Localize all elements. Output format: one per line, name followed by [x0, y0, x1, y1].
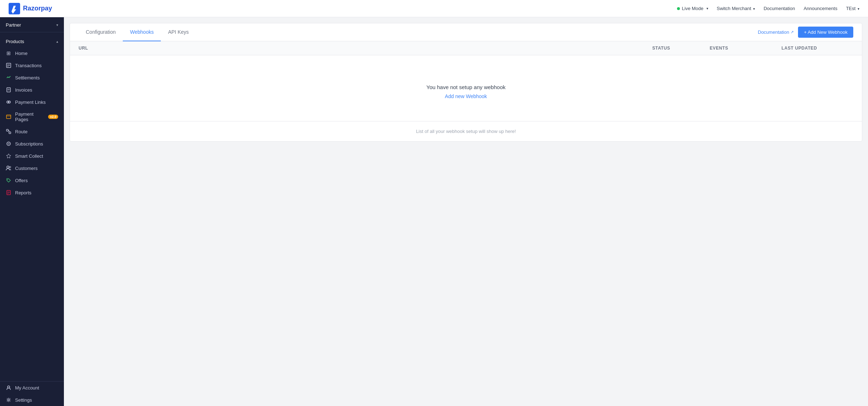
switch-merchant[interactable]: Switch Merchant ▾ [717, 6, 755, 11]
tab-webhooks[interactable]: Webhooks [123, 23, 161, 41]
customers-icon [6, 165, 11, 171]
svg-point-25 [8, 399, 10, 401]
svg-point-15 [8, 143, 9, 144]
tabs-actions: Documentation ↗ + Add New Webhook [758, 27, 853, 38]
external-link-icon: ↗ [790, 30, 794, 34]
svg-marker-16 [6, 154, 11, 158]
topnav-right: Live Mode ▾ Switch Merchant ▾ Documentat… [677, 6, 859, 11]
sidebar-item-smart-collect[interactable]: Smart Collect [0, 150, 64, 162]
logo-text: Razorpay [23, 5, 52, 12]
smart-collect-icon [6, 153, 11, 159]
add-webhook-button[interactable]: + Add New Webhook [798, 27, 853, 38]
logo[interactable]: Razorpay [9, 3, 73, 14]
tab-configuration[interactable]: Configuration [79, 23, 123, 41]
razorpay-logo-icon [9, 3, 20, 14]
main-content: Configuration Webhooks API Keys Document… [64, 17, 868, 406]
sidebar-item-label: Offers [15, 178, 28, 183]
sidebar-item-label: Settlements [15, 75, 40, 80]
sidebar-item-invoices[interactable]: Invoices [0, 84, 64, 96]
content-card: Configuration Webhooks API Keys Document… [70, 23, 862, 142]
svg-point-24 [8, 386, 10, 388]
sidebar-item-label: Reports [15, 190, 32, 195]
sidebar-item-label: My Account [15, 385, 39, 391]
sidebar-item-payment-pages[interactable]: Payment Pages v2.0 [0, 108, 64, 125]
sidebar-item-payment-links[interactable]: Payment Links [0, 96, 64, 108]
reports-icon [6, 190, 11, 195]
announcements-link[interactable]: Announcements [804, 6, 837, 11]
my-account-icon [6, 385, 11, 391]
sidebar-item-reports[interactable]: Reports [0, 186, 64, 199]
sidebar-item-customers[interactable]: Customers [0, 162, 64, 174]
tabs-header: Configuration Webhooks API Keys Document… [70, 23, 862, 41]
invoices-icon [6, 87, 11, 93]
sidebar-item-transactions[interactable]: Transactions [0, 59, 64, 71]
payment-links-icon [6, 99, 11, 105]
svg-point-17 [7, 166, 9, 168]
sidebar-item-label: Invoices [15, 87, 32, 93]
payment-pages-badge: v2.0 [48, 115, 58, 119]
products-label: Products [6, 39, 24, 44]
sidebar-item-label: Customers [15, 166, 38, 171]
sidebar-item-label: Transactions [15, 63, 42, 68]
sidebar-item-label: Subscriptions [15, 141, 43, 147]
offers-icon [6, 177, 11, 183]
settlements-icon [6, 75, 11, 80]
col-url: URL [79, 46, 652, 51]
sidebar-item-subscriptions[interactable]: Subscriptions [0, 138, 64, 150]
sidebar-item-label: Smart Collect [15, 153, 43, 159]
svg-point-14 [7, 142, 10, 146]
sidebar-item-label: Home [15, 51, 28, 56]
partner-chevron: ▾ [56, 23, 58, 27]
sidebar-item-home[interactable]: ⊞ Home [0, 47, 64, 59]
sidebar-bottom: My Account Settings [0, 381, 64, 406]
documentation-link[interactable]: Documentation [764, 6, 795, 11]
topnav: Razorpay Live Mode ▾ Switch Merchant ▾ D… [0, 0, 868, 17]
partner-label: Partner [6, 22, 21, 28]
svg-rect-12 [6, 129, 8, 131]
svg-point-19 [8, 179, 8, 180]
svg-point-9 [8, 101, 10, 103]
sidebar-item-label: Payment Links [15, 100, 46, 105]
table-container: URL Status Events Last Updated You have … [70, 41, 862, 121]
tab-api-keys[interactable]: API Keys [161, 23, 196, 41]
partner-section[interactable]: Partner ▾ [0, 17, 64, 31]
documentation-link[interactable]: Documentation ↗ [758, 29, 794, 35]
live-mode-toggle[interactable]: Live Mode ▾ [677, 6, 708, 11]
payment-pages-icon [6, 114, 11, 120]
sidebar: Partner ▾ Products ▴ ⊞ Home Transactions… [0, 17, 64, 406]
live-mode-chevron: ▾ [706, 6, 708, 10]
sidebar-item-label: Route [15, 129, 28, 134]
products-section[interactable]: Products ▴ [0, 34, 64, 47]
footer-note: List of all your webhook setup will show… [70, 121, 862, 141]
sidebar-item-route[interactable]: Route [0, 125, 64, 138]
svg-point-18 [9, 166, 11, 168]
sidebar-item-offers[interactable]: Offers [0, 174, 64, 186]
transactions-icon [6, 63, 11, 68]
subscriptions-icon [6, 141, 11, 147]
live-mode-dot [677, 7, 680, 10]
user-menu[interactable]: TEst ▾ [846, 6, 859, 11]
col-events: Events [710, 46, 781, 51]
col-status: Status [652, 46, 710, 51]
empty-state-message: You have not setup any webhook [79, 84, 853, 90]
sidebar-item-label: Settings [15, 397, 32, 403]
col-last-updated: Last Updated [781, 46, 853, 51]
svg-rect-13 [9, 132, 11, 134]
table-header: URL Status Events Last Updated [70, 41, 862, 55]
sidebar-item-settings[interactable]: Settings [0, 394, 64, 406]
products-chevron: ▴ [56, 40, 58, 43]
settings-icon [6, 397, 11, 403]
sidebar-item-label: Payment Pages [15, 111, 44, 122]
sidebar-item-my-account[interactable]: My Account [0, 382, 64, 394]
sidebar-divider-top [0, 32, 64, 32]
route-icon [6, 129, 11, 134]
add-new-webhook-link[interactable]: Add new Webhook [445, 93, 487, 99]
user-menu-chevron: ▾ [858, 7, 859, 11]
home-icon: ⊞ [6, 50, 11, 56]
svg-rect-10 [6, 115, 11, 119]
live-mode-label: Live Mode [682, 6, 704, 11]
switch-merchant-chevron: ▾ [753, 7, 755, 11]
sidebar-item-settlements[interactable]: Settlements [0, 71, 64, 84]
empty-state: You have not setup any webhook Add new W… [70, 55, 862, 121]
